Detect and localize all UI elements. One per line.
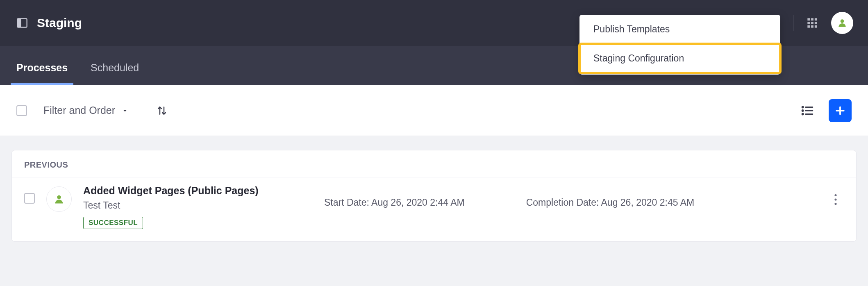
panel-header: PREVIOUS (12, 150, 856, 177)
apps-grid-icon[interactable] (805, 16, 820, 30)
completion-date: Completion Date: Aug 26, 2020 2:45 AM (526, 197, 694, 208)
svg-rect-6 (811, 18, 813, 20)
toolbar-right (798, 99, 852, 122)
select-all-checkbox[interactable] (16, 105, 27, 116)
content-area: PREVIOUS Added Widget Pages (Public Page… (0, 136, 868, 256)
row-main: Added Widget Pages (Public Pages) Test T… (83, 185, 313, 229)
row-avatar-icon (46, 186, 72, 212)
tab-scheduled[interactable]: Scheduled (91, 62, 139, 85)
svg-rect-8 (807, 22, 810, 24)
svg-point-19 (802, 113, 803, 115)
svg-rect-12 (811, 25, 813, 28)
process-row[interactable]: Added Widget Pages (Public Pages) Test T… (12, 177, 856, 241)
tab-processes[interactable]: Processes (16, 62, 68, 85)
options-dropdown: Publish Templates Staging Configuration (579, 15, 780, 75)
caret-down-icon (121, 107, 129, 115)
add-button[interactable] (829, 99, 852, 122)
divider (793, 15, 793, 31)
status-badge: SUCCESSFUL (83, 217, 143, 229)
svg-point-24 (834, 194, 836, 196)
svg-rect-9 (811, 22, 813, 24)
top-bar: Staging Publish Templates (0, 0, 868, 46)
user-avatar[interactable] (831, 12, 853, 34)
page-title: Staging (37, 16, 82, 30)
row-actions-button[interactable] (827, 185, 844, 205)
toolbar: Filter and Order (0, 85, 868, 136)
row-dates: Start Date: Aug 26, 2020 2:44 AM Complet… (324, 185, 816, 208)
sort-direction-button[interactable] (154, 102, 170, 119)
row-checkbox[interactable] (24, 193, 35, 204)
start-date: Start Date: Aug 26, 2020 2:44 AM (324, 197, 465, 208)
view-list-icon[interactable] (798, 102, 816, 120)
svg-rect-13 (815, 25, 817, 28)
svg-rect-10 (815, 22, 817, 24)
svg-rect-5 (807, 18, 810, 20)
row-author: Test Test (83, 200, 313, 211)
row-title: Added Widget Pages (Public Pages) (83, 185, 313, 197)
svg-rect-11 (807, 25, 810, 28)
topbar-left: Staging (16, 16, 82, 30)
svg-rect-7 (815, 18, 817, 20)
svg-point-15 (802, 107, 803, 108)
svg-point-23 (57, 195, 61, 199)
dropdown-item-staging-configuration[interactable]: Staging Configuration (579, 44, 780, 73)
svg-point-17 (802, 110, 803, 111)
svg-point-25 (834, 198, 836, 200)
svg-point-14 (841, 19, 844, 23)
dropdown-item-publish-templates[interactable]: Publish Templates (579, 15, 780, 44)
previous-panel: PREVIOUS Added Widget Pages (Public Page… (11, 150, 857, 242)
sidebar-toggle-icon[interactable] (16, 17, 28, 29)
filter-order-dropdown[interactable]: Filter and Order (43, 104, 129, 116)
svg-rect-1 (17, 19, 21, 27)
svg-point-26 (834, 203, 836, 205)
filter-order-label: Filter and Order (43, 104, 115, 116)
